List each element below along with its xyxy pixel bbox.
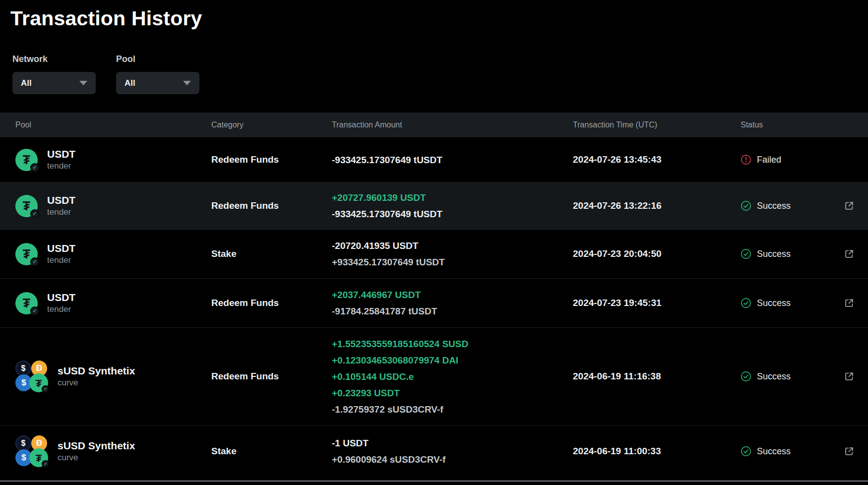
pool-text: USDT tender [47,148,75,171]
tether-glyph: ₮ [23,248,30,260]
amount-line: +1.552353559185160524 SUSD [332,336,573,352]
link-cell [840,445,855,457]
amount-cell: +2037.446967 USDT-91784.25841787 tUSDT [332,287,573,319]
verified-badge-icon: ✓ [30,257,39,266]
external-link-button[interactable] [843,200,855,212]
pool-text: sUSD Synthetix curve [58,440,135,463]
column-header-category: Category [211,121,332,129]
pool-text: USDT tender [47,242,75,265]
check-circle-icon [741,298,751,308]
category-cell: Redeem Funds [211,154,332,165]
transaction-history-page: Transaction History Network All Pool All… [0,0,868,485]
table-row: ₮ ✓ $ Ð $ ₮ ✓ sUSD Synthetix curve Stake… [0,425,868,477]
amount-cell: +20727.960139 USDT-933425.17307649 tUSDT [332,189,573,222]
network-filter-label: Network [12,54,96,64]
time-cell: 2024-07-26 13:45:43 [573,154,741,165]
status-label: Success [757,371,791,382]
chevron-down-icon [79,81,87,85]
amount-line: -933425.17307649 tUSDT [332,206,573,222]
verified-badge-icon: ✓ [30,163,39,172]
amount-line: +0.123034653068079974 DAI [332,352,573,368]
table-header: Pool Category Transaction Amount Transac… [0,113,868,137]
pool-text: USDT tender [47,292,75,314]
external-link-button[interactable] [843,445,855,457]
tether-glyph: ₮ [23,297,30,309]
pool-text: USDT tender [47,194,75,217]
usdt-coin-icon-small: ₮ ✓ [29,373,48,392]
time-cell: 2024-07-26 13:22:16 [573,200,741,211]
pool-name: USDT [47,242,75,254]
status-cell: Success [741,446,840,457]
pool-text: sUSD Synthetix curve [58,365,135,388]
pool-cell: ₮ ✓ $ Ð $ ₮ ✓ sUSD Synthetix curve [15,361,211,392]
check-circle-icon [741,248,751,259]
category-cell: Redeem Funds [211,371,332,382]
time-cell: 2024-06-19 11:16:38 [573,371,741,382]
amount-cell: -1 USDT+0.96009624 sUSD3CRV-f [332,435,573,468]
amount-line: +933425.17307649 tUSDT [332,254,573,270]
external-link-button[interactable] [843,297,855,309]
network-dropdown-value: All [21,78,32,88]
external-link-icon [844,248,855,259]
link-cell [840,297,855,309]
status-label: Failed [757,155,781,165]
column-header-amount: Transaction Amount [332,121,573,129]
status-cell: Success [741,298,840,308]
pool-name: USDT [47,292,75,303]
external-link-icon [844,446,855,457]
external-link-button[interactable] [843,248,855,260]
usdt-coin-icon: ₮ ✓ [15,149,38,171]
external-link-button[interactable] [843,370,855,382]
status-cell: Failed [741,154,840,165]
verified-badge-icon: ✓ [42,460,49,468]
external-link-icon [844,371,855,382]
amount-line: -20720.41935 USDT [332,238,573,254]
check-circle-icon [741,200,751,211]
link-cell [840,248,855,260]
pool-cell: ₮ ✓ $ Ð $ ₮ ✓ sUSD Synthetix curve [15,435,211,467]
pool-dropdown-value: All [124,78,135,88]
column-header-pool: Pool [15,121,211,129]
pool-filter-group: Pool All [116,54,199,94]
check-circle-icon [741,371,751,382]
pool-platform: tender [47,207,75,217]
amount-cell: -933425.17307649 tUSDT [332,152,573,168]
pool-platform: tender [47,304,75,314]
exclamation-circle-icon [741,154,751,165]
status-cell: Success [741,371,840,382]
amount-line: -1 USDT [332,435,573,451]
verified-badge-icon: ✓ [30,306,39,315]
filters-bar: Network All Pool All [0,30,868,94]
pool-dropdown[interactable]: All [116,72,199,94]
transaction-table: Pool Category Transaction Amount Transac… [0,113,868,477]
susd-pool-cluster-icon: $ Ð $ ₮ ✓ [15,361,48,392]
column-header-time: Transaction Time (UTC) [573,121,741,129]
check-circle-icon [741,446,751,457]
pool-filter-label: Pool [116,54,199,64]
pool-name: USDT [47,194,75,206]
amount-cell: +1.552353559185160524 SUSD+0.12303465306… [332,336,573,418]
verified-badge-icon: ✓ [30,209,39,218]
amount-line: +0.23293 USDT [332,385,573,401]
pool-name: sUSD Synthetix [58,440,135,452]
column-header-status: Status [741,121,840,129]
page-title: Transaction History [0,0,868,30]
tether-glyph: ₮ [23,200,30,212]
usdt-coin-icon: ₮ ✓ [15,243,38,265]
usdt-coin-icon: ₮ ✓ [15,292,38,314]
table-row: ₮ ✓ $ Ð $ ₮ ✓ sUSD Synthetix curve Redee… [0,327,868,425]
amount-line: -933425.17307649 tUSDT [332,152,573,168]
network-dropdown[interactable]: All [12,72,96,94]
pool-cell: ₮ ✓ $ Ð $ ₮ ✓ USDT tender [15,242,211,265]
link-cell [840,154,855,166]
pool-platform: curve [58,453,135,463]
category-cell: Redeem Funds [211,298,332,308]
horizontal-scrollbar[interactable] [0,480,868,482]
category-cell: Stake [211,446,332,457]
pool-platform: curve [58,378,135,388]
pool-cell: ₮ ✓ $ Ð $ ₮ ✓ USDT tender [15,194,211,217]
table-row: ₮ ✓ $ Ð $ ₮ ✓ USDT tender Redeem Funds -… [0,137,868,182]
pool-name: sUSD Synthetix [58,365,135,377]
amount-line: -91784.25841787 tUSDT [332,303,573,319]
table-row: ₮ ✓ $ Ð $ ₮ ✓ USDT tender Redeem Funds +… [0,278,868,327]
